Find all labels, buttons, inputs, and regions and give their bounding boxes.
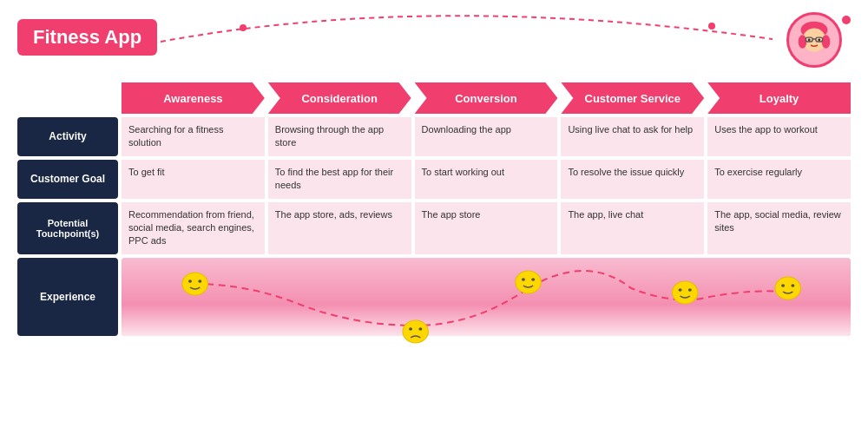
svg-point-6 bbox=[822, 35, 831, 48]
touchpoint-cell-4: The app, social media, review sites bbox=[707, 202, 851, 254]
experience-chart bbox=[122, 258, 851, 336]
phase-awareness: Awareness bbox=[122, 82, 265, 114]
svg-point-16 bbox=[403, 320, 428, 343]
svg-point-17 bbox=[409, 327, 412, 331]
experience-svg bbox=[122, 258, 851, 336]
phase-consideration: Consideration bbox=[268, 82, 411, 114]
page-title: Fitness App bbox=[17, 19, 157, 56]
journey-grid: Awareness Consideration Conversion Custo… bbox=[17, 82, 851, 432]
avatar bbox=[786, 12, 842, 68]
goal-cell-0: To get fit bbox=[122, 160, 265, 199]
svg-point-22 bbox=[673, 281, 698, 304]
activity-cells: Searching for a fitness solution Browsin… bbox=[122, 117, 851, 156]
touchpoint-cell-1: The app store, ads, reviews bbox=[268, 202, 411, 254]
svg-point-1 bbox=[708, 23, 715, 30]
page-container: Fitness App bbox=[0, 0, 868, 441]
touchpoint-label: Potential Touchpoint(s) bbox=[17, 202, 118, 254]
svg-point-26 bbox=[781, 284, 785, 287]
goal-row: Customer Goal To get fit To find the bes… bbox=[17, 160, 851, 199]
activity-cell-3: Using live chat to ask for help bbox=[561, 117, 704, 156]
experience-row: Experience bbox=[17, 258, 851, 336]
goal-cell-4: To exercise regularly bbox=[707, 160, 851, 199]
svg-point-27 bbox=[791, 284, 794, 287]
goal-cells: To get fit To find the best app for thei… bbox=[122, 160, 851, 199]
touchpoint-cell-3: The app, live chat bbox=[561, 202, 704, 254]
goal-cell-1: To find the best app for their needs bbox=[268, 160, 411, 199]
svg-point-10 bbox=[808, 39, 811, 42]
activity-label: Activity bbox=[17, 117, 118, 156]
phase-loyalty: Loyalty bbox=[707, 82, 851, 114]
activity-cell-0: Searching for a fitness solution bbox=[122, 117, 265, 156]
phase-conversion: Conversion bbox=[415, 82, 558, 114]
svg-point-24 bbox=[688, 288, 692, 292]
svg-point-21 bbox=[531, 278, 535, 281]
touchpoint-cell-0: Recommendation from friend, social media… bbox=[122, 202, 265, 254]
svg-point-18 bbox=[418, 327, 422, 331]
touchpoint-row: Potential Touchpoint(s) Recommendation f… bbox=[17, 202, 851, 254]
experience-label: Experience bbox=[17, 258, 118, 336]
svg-point-23 bbox=[679, 288, 682, 292]
svg-point-20 bbox=[522, 278, 525, 281]
activity-cell-4: Uses the app to workout bbox=[707, 117, 851, 156]
svg-point-13 bbox=[182, 273, 207, 295]
activity-cell-2: Downloading the app bbox=[415, 117, 558, 156]
svg-rect-12 bbox=[122, 258, 851, 336]
phases-row: Awareness Consideration Conversion Custo… bbox=[122, 82, 851, 114]
goal-cell-2: To start working out bbox=[415, 160, 558, 199]
svg-point-0 bbox=[240, 24, 247, 31]
goal-cell-3: To resolve the issue quickly bbox=[561, 160, 704, 199]
touchpoint-cells: Recommendation from friend, social media… bbox=[122, 202, 851, 254]
touchpoint-cell-2: The app store bbox=[415, 202, 558, 254]
activity-cell-1: Browsing through the app store bbox=[268, 117, 411, 156]
avatar-dot bbox=[842, 16, 851, 24]
goal-label: Customer Goal bbox=[17, 160, 118, 199]
activity-row: Activity Searching for a fitness solutio… bbox=[17, 117, 851, 156]
svg-point-5 bbox=[799, 35, 807, 48]
phase-customer-service: Customer Service bbox=[561, 82, 704, 114]
svg-point-25 bbox=[775, 277, 800, 299]
svg-point-15 bbox=[198, 280, 201, 283]
svg-point-11 bbox=[818, 39, 820, 42]
svg-point-14 bbox=[188, 280, 192, 283]
svg-point-19 bbox=[516, 271, 541, 293]
